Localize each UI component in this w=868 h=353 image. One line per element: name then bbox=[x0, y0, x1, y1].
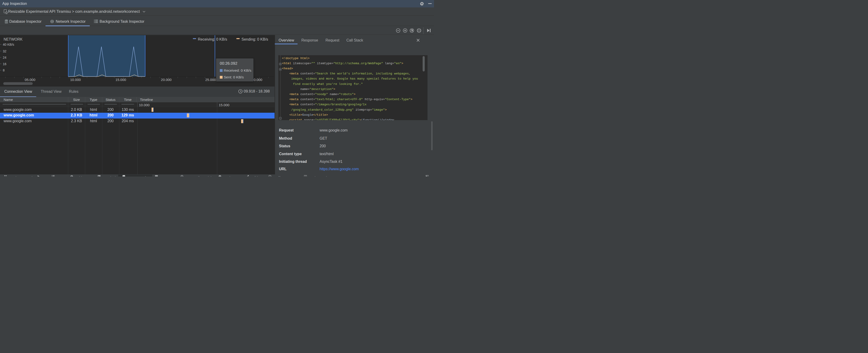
svg-text:24: 24 bbox=[3, 56, 6, 59]
svg-text:15.000: 15.000 bbox=[116, 78, 126, 82]
svg-text:20.000: 20.000 bbox=[161, 78, 172, 82]
svg-text:40 KB/s: 40 KB/s bbox=[3, 43, 14, 46]
svg-text:05.000: 05.000 bbox=[25, 78, 35, 82]
svg-text:16: 16 bbox=[3, 62, 6, 66]
svg-text:Receiving: 0 KB/s: Receiving: 0 KB/s bbox=[198, 37, 227, 41]
svg-text:NETWORK: NETWORK bbox=[4, 37, 23, 41]
svg-text:Sending: 0 KB/s: Sending: 0 KB/s bbox=[242, 37, 268, 41]
svg-text:32: 32 bbox=[3, 50, 6, 53]
svg-text:8: 8 bbox=[3, 68, 5, 72]
svg-text:10.000: 10.000 bbox=[70, 78, 81, 82]
svg-text:25.000: 25.000 bbox=[206, 78, 216, 82]
